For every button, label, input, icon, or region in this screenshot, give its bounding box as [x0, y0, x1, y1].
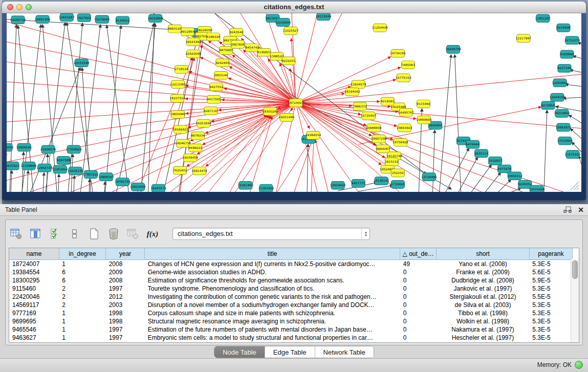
canvas-resize-handle-icon[interactable] — [571, 182, 579, 190]
graph-node[interactable]: 12444158 — [550, 93, 565, 101]
table-row[interactable]: 1938455462009Genome-wide association stu… — [9, 268, 573, 276]
table-cell-pagerank[interactable]: 5.3E-5 — [529, 309, 572, 317]
graph-edge[interactable] — [301, 101, 380, 103]
table-row[interactable]: 946362711997Embryonic stem cells: a mode… — [9, 334, 573, 342]
table-cell-in_degree[interactable]: 2 — [59, 285, 105, 293]
float-panel-icon[interactable] — [563, 206, 572, 213]
graph-node[interactable]: 17957222 — [83, 170, 99, 179]
network-canvas[interactable]: 1405572420891406106532871527602152760659… — [7, 13, 581, 192]
table-cell-title[interactable]: Investigating the contribution of common… — [145, 293, 400, 301]
table-cell-pagerank[interactable]: 5.5E-5 — [529, 293, 572, 301]
graph-node[interactable]: 10958167 — [98, 173, 114, 181]
graph-node[interactable]: 16543382 — [185, 38, 201, 46]
table-cell-out_degree[interactable]: 0 — [400, 334, 437, 342]
graph-node[interactable]: 8222031 — [282, 57, 296, 65]
table-cell-year[interactable]: 2003 — [106, 301, 145, 309]
graph-node[interactable]: 11254408 — [372, 24, 388, 32]
table-cell-out_degree[interactable]: 0 — [400, 301, 437, 309]
table-cell-name[interactable]: 9699695 — [9, 317, 59, 325]
graph-edge[interactable] — [106, 25, 128, 192]
graph-edge[interactable] — [11, 170, 12, 192]
graph-node[interactable]: 16210643 — [554, 110, 570, 118]
table-cell-pagerank[interactable]: 5.3E-5 — [529, 317, 572, 325]
table-row[interactable]: 1830029562008Estimation of significance … — [9, 276, 573, 285]
graph-node[interactable]: 15751074 — [564, 36, 580, 45]
graph-node[interactable]: 1527602 — [77, 14, 91, 22]
graph-node[interactable]: 19734193 — [390, 49, 406, 57]
graph-node[interactable]: 9243546 — [229, 28, 243, 36]
column-header-pagerank[interactable]: pagerank — [529, 248, 572, 260]
graph-edge[interactable] — [311, 140, 314, 192]
graph-edge[interactable] — [563, 97, 581, 98]
table-cell-short[interactable]: Dudbridge et al. (2008) — [437, 276, 530, 285]
graph-edge[interactable] — [446, 148, 469, 192]
graph-node[interactable]: 12217987 — [516, 34, 532, 42]
table-row[interactable]: 1872400712008Changes of HCN gene express… — [9, 260, 573, 269]
graph-node[interactable]: 16648784 — [445, 46, 461, 54]
table-cell-year[interactable]: 1998 — [106, 317, 145, 325]
table-cell-in_degree[interactable]: 2 — [59, 293, 105, 301]
table-cell-in_degree[interactable]: 1 — [59, 325, 105, 334]
table-cell-title[interactable]: Estimation of significance thresholds fo… — [145, 276, 400, 285]
function-builder-icon[interactable]: f(x) — [146, 228, 159, 240]
table-cell-out_degree[interactable]: 0 — [400, 325, 437, 334]
graph-node[interactable]: 9417005 — [207, 95, 221, 103]
graph-node[interactable]: 8186328 — [206, 33, 220, 41]
graph-node[interactable]: 16039459 — [182, 154, 198, 162]
graph-node[interactable]: 16914479 — [191, 167, 207, 175]
table-settings-icon[interactable] — [10, 228, 23, 240]
table-source-selector[interactable]: citations_edges.txt ▲▼ — [172, 228, 370, 240]
show-columns-icon[interactable] — [29, 228, 42, 240]
graph-node[interactable]: 7886372 — [353, 102, 367, 111]
table-cell-out_degree[interactable]: 0 — [400, 293, 437, 301]
graph-node[interactable]: 9875685 — [219, 47, 233, 55]
column-header-title[interactable]: title — [145, 248, 400, 260]
graph-node[interactable]: 18107554 — [169, 94, 185, 102]
graph-node[interactable]: 11604579 — [351, 80, 366, 89]
table-cell-in_degree[interactable]: 2 — [59, 301, 105, 309]
new-table-icon[interactable] — [88, 228, 101, 240]
graph-node[interactable]: 12923448 — [130, 183, 146, 191]
graph-node[interactable]: 9146821 — [257, 48, 271, 56]
table-cell-in_degree[interactable]: 6 — [59, 268, 105, 276]
graph-node[interactable]: 13325427 — [283, 27, 299, 35]
table-cell-name[interactable]: 19384554 — [9, 268, 59, 276]
table-row[interactable]: 977716911998Corpus callosum shape and si… — [9, 309, 573, 317]
graph-edge[interactable] — [565, 84, 581, 86]
graph-node[interactable]: 16361950 — [238, 181, 254, 189]
graph-edge[interactable] — [485, 172, 501, 192]
graph-node[interactable]: 1615152 — [385, 158, 399, 166]
graph-node[interactable]: 13716485 — [421, 173, 437, 181]
table-cell-out_degree[interactable]: 0 — [400, 317, 437, 325]
graph-node[interactable]: 2867608 — [231, 40, 245, 49]
graph-node[interactable]: 11283309 — [258, 184, 274, 192]
graph-node[interactable]: 9457771 — [352, 180, 365, 188]
table-cell-title[interactable]: Embryonic stem cells: a model to study s… — [145, 334, 400, 342]
graph-node[interactable]: 2935114 — [474, 149, 488, 158]
graph-node[interactable]: 20206576 — [40, 145, 56, 154]
graph-node[interactable]: 10899695 — [416, 116, 432, 124]
graph-node[interactable]: 19166827 — [172, 125, 188, 134]
select-columns-icon[interactable] — [49, 228, 62, 240]
graph-node[interactable]: 2718126 — [175, 65, 188, 74]
graph-edge[interactable] — [229, 116, 271, 192]
graph-node[interactable]: 22420046 — [185, 50, 201, 58]
graph-edge[interactable] — [569, 115, 581, 123]
column-header-in_degree[interactable]: in_degree — [59, 248, 105, 260]
column-header-short[interactable]: short — [437, 248, 530, 260]
graph-edge[interactable] — [301, 93, 345, 102]
graph-edge[interactable] — [58, 174, 59, 192]
graph-edge[interactable] — [43, 172, 44, 192]
graph-node[interactable]: 20891406 — [35, 15, 51, 24]
graph-node[interactable]: 8267130 — [204, 107, 217, 115]
table-cell-name[interactable]: 18724007 — [9, 260, 59, 269]
graph-node[interactable]: 9329966 — [560, 50, 574, 58]
graph-node[interactable]: 9242845 — [215, 59, 229, 67]
graph-node[interactable]: 9498222 — [188, 144, 202, 152]
table-cell-year[interactable]: 2008 — [106, 276, 145, 285]
table-cell-title[interactable]: Estimation of the future numbers of pati… — [145, 325, 400, 334]
graph-node[interactable]: 19654923 — [397, 124, 412, 132]
graph-node[interactable]: 14136141 — [374, 177, 389, 185]
graph-node[interactable]: 9397588 — [57, 157, 71, 165]
graph-edge[interactable] — [148, 23, 154, 192]
